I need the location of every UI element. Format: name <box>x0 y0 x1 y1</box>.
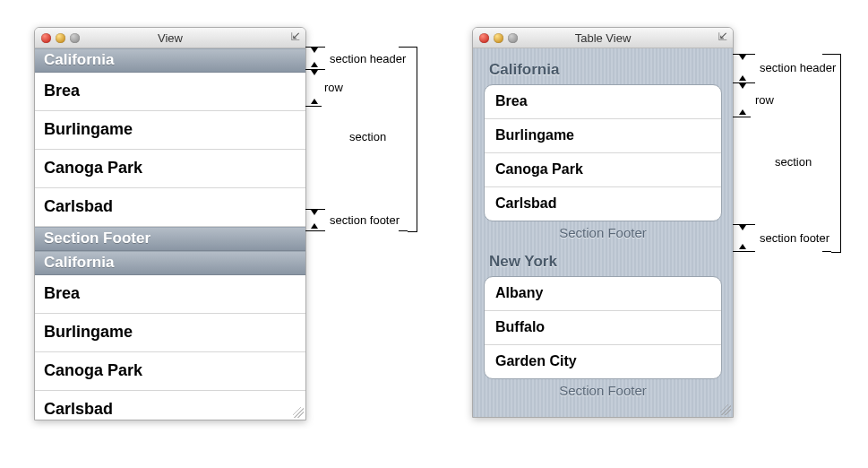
table-row[interactable]: Brea <box>35 73 305 111</box>
close-icon[interactable] <box>41 33 51 43</box>
table-row[interactable]: Canoga Park <box>35 352 305 391</box>
section-header: New York <box>484 247 722 276</box>
toolbar-toggle-icon[interactable]: ⇲ <box>291 30 300 43</box>
table-row[interactable]: Canoga Park <box>485 153 721 187</box>
resize-grip-icon[interactable] <box>293 407 304 418</box>
table-row[interactable]: Carlsbad <box>485 187 721 221</box>
table-row[interactable]: Brea <box>35 275 305 314</box>
table-row[interactable]: Albany <box>485 277 721 311</box>
diagram-stage: View ⇲ California Brea Burlingame Canoga… <box>0 0 868 468</box>
anno-section-footer: section footer <box>760 231 829 245</box>
table-row[interactable]: Carlsbad <box>35 391 305 420</box>
grouped-card: Albany Buffalo Garden City <box>484 276 722 379</box>
anno-section-header: section header <box>760 61 836 74</box>
table-row[interactable]: Garden City <box>485 345 721 378</box>
minimize-icon[interactable] <box>494 33 503 43</box>
section-header: California <box>35 251 305 275</box>
table-row[interactable]: Burlingame <box>35 314 305 352</box>
anno-section-footer: section footer <box>330 213 400 227</box>
anno-row: row <box>755 93 774 107</box>
table-row[interactable]: Carlsbad <box>35 188 305 227</box>
anno-row: row <box>324 81 343 94</box>
anno-section: section <box>349 130 386 143</box>
anno-section: section <box>775 155 812 169</box>
plain-table-window: View ⇲ California Brea Burlingame Canoga… <box>34 27 306 420</box>
titlebar[interactable]: View ⇲ <box>35 28 305 48</box>
table-row[interactable]: Burlingame <box>35 111 305 150</box>
zoom-icon[interactable] <box>70 33 80 43</box>
section-header: California <box>484 56 722 84</box>
grouped-table-content[interactable]: California Brea Burlingame Canoga Park C… <box>473 48 733 418</box>
plain-table-content[interactable]: California Brea Burlingame Canoga Park C… <box>35 48 305 420</box>
traffic-lights <box>41 33 80 43</box>
table-row[interactable]: Brea <box>485 85 721 119</box>
section-footer: Section Footer <box>35 227 305 251</box>
table-row[interactable]: Buffalo <box>485 311 721 345</box>
section-footer: Section Footer <box>484 379 722 405</box>
section-footer: Section Footer <box>484 221 722 247</box>
resize-grip-icon[interactable] <box>720 404 731 415</box>
grouped-card: Brea Burlingame Canoga Park Carlsbad <box>484 84 722 221</box>
traffic-lights <box>479 33 518 43</box>
table-row[interactable]: Canoga Park <box>35 150 305 188</box>
section-header: California <box>35 48 305 73</box>
toolbar-toggle-icon[interactable]: ⇲ <box>718 30 727 43</box>
grouped-table-window: Table View ⇲ California Brea Burlingame … <box>472 27 734 418</box>
anno-section-header: section header <box>330 52 406 65</box>
titlebar[interactable]: Table View ⇲ <box>473 28 733 48</box>
minimize-icon[interactable] <box>56 33 65 43</box>
close-icon[interactable] <box>479 33 489 43</box>
zoom-icon[interactable] <box>508 33 518 43</box>
table-row[interactable]: Burlingame <box>485 119 721 153</box>
